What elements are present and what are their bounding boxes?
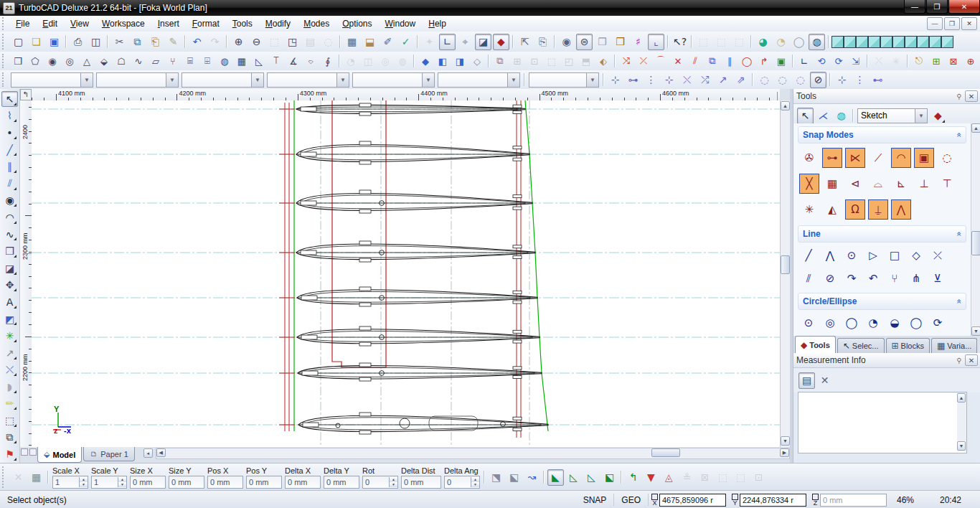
rotate-ccw-icon[interactable]: ⟲ bbox=[814, 53, 829, 69]
scroll-left-button[interactable]: ◀ bbox=[156, 448, 166, 457]
line-irregular-polygon-icon[interactable]: ⊙ bbox=[842, 247, 861, 264]
palette-scroll-thumb[interactable] bbox=[971, 231, 980, 255]
edit-tool-1-icon[interactable]: ⬚ bbox=[695, 34, 712, 50]
move-tool-icon[interactable]: ✥ bbox=[1, 278, 18, 293]
snap-circle-1-icon[interactable]: ◌ bbox=[756, 72, 773, 88]
snap-normal-icon[interactable]: ⊤ bbox=[937, 174, 957, 194]
circle-center-point-icon[interactable]: ⊙ bbox=[799, 314, 818, 331]
ruler-corner-icon[interactable]: ↰ bbox=[20, 89, 32, 100]
property-combo-1[interactable]: ▼ bbox=[11, 72, 93, 88]
arc-edit-icon[interactable]: ↱ bbox=[756, 53, 772, 69]
selector-3d-icon[interactable]: ⬕ bbox=[506, 469, 522, 486]
menu-format[interactable]: Format bbox=[186, 17, 226, 30]
measurement-list-icon[interactable]: ▤ bbox=[798, 372, 815, 389]
y-coord-input[interactable]: 2244,876334 r bbox=[740, 494, 806, 507]
minimize-button[interactable]: — bbox=[904, 0, 925, 14]
ortho-mode-icon[interactable]: ∟ bbox=[439, 34, 456, 50]
zoom-page-icon[interactable]: ▤ bbox=[302, 34, 319, 50]
redraw-icon[interactable]: ↰ bbox=[625, 469, 641, 486]
property-combo-3[interactable]: ▼ bbox=[182, 72, 264, 88]
node-box-icon[interactable]: ⬠ bbox=[27, 53, 43, 69]
tab-scroll-left-button[interactable]: ◂ bbox=[143, 448, 153, 458]
pyramid-icon[interactable]: ⬖ bbox=[595, 53, 611, 69]
coordinate-z[interactable]: Z 0 mm bbox=[812, 494, 887, 507]
render-mode-icon[interactable]: ◪ bbox=[475, 34, 491, 50]
menu-help[interactable]: Help bbox=[422, 17, 453, 30]
tube-icon[interactable]: ⌹ bbox=[199, 53, 215, 69]
snap-ortho-icon[interactable]: ⍊ bbox=[868, 199, 888, 220]
snap-face-icon[interactable]: ⊲ bbox=[845, 174, 865, 194]
snap-modes-section-header[interactable]: Snap Modes« bbox=[798, 126, 966, 144]
snap-grid-icon[interactable]: ▦ bbox=[822, 174, 842, 194]
coordinate-y[interactable]: Y 2244,876334 r bbox=[732, 494, 806, 507]
hemisphere-icon[interactable]: ◎ bbox=[62, 53, 77, 69]
bool-subtract-icon[interactable]: ◫ bbox=[360, 53, 376, 69]
vertical-ruler[interactable]: 24002300 mm2200 mm bbox=[20, 100, 32, 447]
z-coord-input[interactable]: 0 mm bbox=[820, 494, 887, 507]
coordinate-x[interactable]: X 4675,859096 r bbox=[651, 494, 726, 507]
align-box-icon[interactable]: ⊠ bbox=[946, 53, 961, 69]
circle-ellipse-section-header[interactable]: Circle/Ellipse« bbox=[798, 293, 966, 310]
facet-edit-icon[interactable]: ◆ bbox=[418, 53, 433, 69]
sketch-pen-tool-icon[interactable]: ✏ bbox=[1, 396, 18, 412]
workplane-f-icon[interactable]: ⬕ bbox=[601, 469, 618, 486]
angle-3d-icon[interactable]: ∡ bbox=[286, 53, 301, 69]
workplane-wp-icon[interactable]: ◺ bbox=[565, 469, 582, 486]
field-value[interactable]: 0 mm bbox=[286, 478, 320, 486]
materials-icon[interactable]: ◆ bbox=[493, 34, 509, 50]
field-value[interactable]: 0 mm bbox=[131, 478, 165, 486]
polyline-tool-icon[interactable]: ⌇ bbox=[1, 108, 18, 124]
field-value[interactable]: 0 bbox=[445, 478, 471, 486]
wireframe-icon[interactable]: ⊜ bbox=[576, 34, 593, 50]
menu-tools[interactable]: Tools bbox=[226, 17, 259, 30]
solid-tool-icon[interactable]: ◪ bbox=[1, 260, 18, 276]
paste-icon[interactable]: ⎗ bbox=[147, 34, 164, 50]
edit-tool-3-icon[interactable]: ⬚ bbox=[731, 34, 748, 50]
circle-tan-icon[interactable]: ◯ bbox=[739, 53, 755, 69]
tools-palette-header[interactable]: Tools ⚲ ✕ bbox=[793, 89, 980, 104]
combo-dropdown-icon[interactable]: ▼ bbox=[80, 73, 93, 87]
snap-circle-2-icon[interactable]: ◌ bbox=[774, 72, 791, 88]
sweep-icon[interactable]: ⬒ bbox=[578, 53, 594, 69]
helix-30-icon[interactable]: ∮ bbox=[320, 53, 336, 69]
scroll-right-button[interactable]: ▶ bbox=[780, 448, 789, 457]
property-combo-7[interactable]: ▼ bbox=[529, 72, 599, 88]
circle-tan-to-line-icon[interactable]: ◒ bbox=[885, 314, 904, 331]
disc-icon[interactable]: ◍ bbox=[217, 53, 232, 69]
snap-indicator[interactable]: SNAP bbox=[576, 494, 615, 507]
combo-dropdown-icon[interactable]: ▼ bbox=[166, 73, 178, 87]
part-tree-icon[interactable]: ◰ bbox=[561, 53, 577, 69]
canvas-vertical-scrollbar[interactable]: ▲ ▼ bbox=[780, 100, 791, 447]
pen-icon[interactable]: ✐ bbox=[380, 34, 396, 50]
spinner[interactable]: ▲▼ bbox=[471, 477, 479, 487]
line-vertical-icon[interactable]: ⊻ bbox=[928, 270, 947, 287]
snap-intersect-small-icon[interactable]: ⤬ bbox=[679, 72, 695, 88]
zoom-fit-icon[interactable]: ◳ bbox=[284, 34, 301, 50]
combo-dropdown-icon[interactable]: ▼ bbox=[915, 109, 927, 123]
edit-tool-2-icon[interactable]: ⬚ bbox=[713, 34, 730, 50]
view-iso-8-icon[interactable] bbox=[917, 36, 929, 48]
mdi-close-button[interactable]: ✕ bbox=[961, 17, 977, 30]
facet-half-icon[interactable]: ◨ bbox=[452, 53, 468, 69]
snap-quadrant-icon[interactable]: ▣ bbox=[914, 148, 934, 168]
snap-divide-icon[interactable]: ✳ bbox=[799, 199, 819, 220]
combo-dropdown-icon[interactable]: ▼ bbox=[422, 73, 434, 87]
line-section-header[interactable]: Line« bbox=[798, 225, 966, 243]
slice-icon[interactable]: ◍ bbox=[395, 53, 410, 69]
property-combo-5[interactable]: ▼ bbox=[352, 72, 435, 88]
parallel-copy-icon[interactable]: ∥ bbox=[722, 53, 738, 69]
copy-icon[interactable]: ⧉ bbox=[129, 34, 146, 50]
render-sphere-wire-icon[interactable]: ◍ bbox=[809, 34, 825, 50]
field-value[interactable]: 0 mm bbox=[402, 478, 440, 486]
shatter-icon[interactable]: ✳ bbox=[888, 53, 904, 69]
meet-2-lines-icon[interactable]: ⤫ bbox=[636, 53, 651, 69]
coincident-icon[interactable]: ≗ bbox=[679, 469, 695, 486]
wedge-icon[interactable]: ☖ bbox=[113, 53, 129, 69]
print-icon[interactable]: ⎙ bbox=[70, 34, 86, 50]
chamfer-icon[interactable]: ✕ bbox=[670, 53, 686, 69]
mdi-minimize-button[interactable]: — bbox=[927, 17, 943, 30]
snap-intersection-icon[interactable]: ╳ bbox=[799, 174, 819, 194]
vertical-scroll-thumb[interactable] bbox=[781, 255, 790, 274]
format-painter-icon[interactable]: ✎ bbox=[165, 34, 182, 50]
collapse-chevron-icon[interactable]: « bbox=[953, 298, 963, 304]
